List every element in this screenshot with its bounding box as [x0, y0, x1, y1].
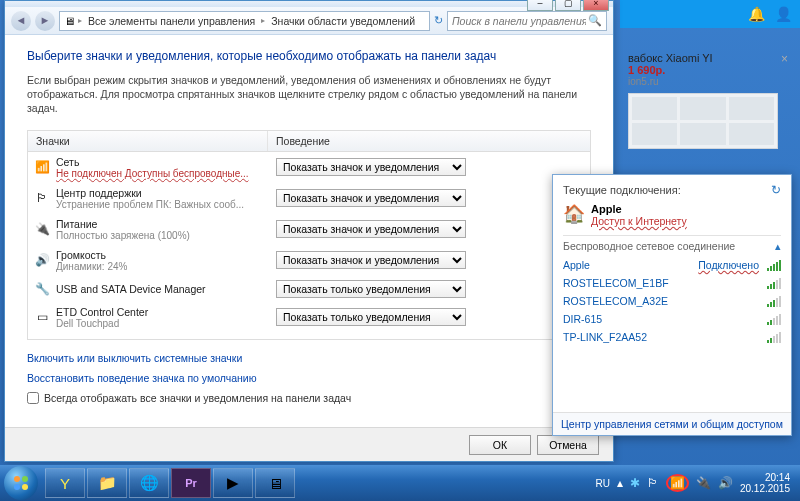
tray-date: 20.12.2015 — [740, 483, 790, 494]
current-network-status: Доступ к Интернету — [591, 215, 687, 227]
row-name: Сеть — [56, 156, 270, 168]
user-icon[interactable]: 👤 — [775, 6, 792, 22]
network-item[interactable]: TP-LINK_F2AA52 — [563, 328, 781, 346]
taskbar-app-media[interactable]: ▶ — [213, 468, 253, 498]
back-button[interactable]: ◄ — [11, 11, 31, 31]
network-ssid: Apple — [563, 259, 590, 271]
network-ssid: TP-LINK_F2AA52 — [563, 331, 647, 343]
ad-thumbnails[interactable] — [628, 93, 778, 149]
tray-power-icon[interactable]: 🔌 — [696, 476, 711, 490]
ad-block: × вабокс Xiaomi YI 1 690р. ion5.ru — [628, 52, 788, 149]
network-item[interactable]: ROSTELECOM_A32E — [563, 292, 781, 310]
taskbar-app-chrome[interactable]: 🌐 — [129, 468, 169, 498]
row-icon: 🔧 — [34, 281, 50, 297]
header-icons: Значки — [28, 131, 268, 151]
taskbar-app-yandex[interactable]: Y — [45, 468, 85, 498]
behavior-select[interactable]: Показать значок и уведомления — [276, 251, 466, 269]
row-subtitle: Динамики: 24% — [56, 261, 270, 272]
network-flyout: Текущие подключения: ↻ 🏠 Apple Доступ к … — [552, 174, 792, 436]
table-header: Значки Поведение — [28, 131, 590, 152]
breadcrumb-item[interactable]: Значки области уведомлений — [268, 15, 418, 27]
language-indicator[interactable]: RU — [595, 478, 609, 489]
current-network-name: Apple — [591, 203, 687, 215]
ad-price: 1 690р. — [628, 64, 788, 76]
breadcrumb-item[interactable]: Все элементы панели управления — [85, 15, 258, 27]
start-button[interactable] — [4, 466, 38, 500]
taskbar-app-explorer[interactable]: 📁 — [87, 468, 127, 498]
network-center-link[interactable]: Центр управления сетями и общим доступом — [553, 412, 791, 435]
behavior-select[interactable]: Показать значок и уведомления — [276, 220, 466, 238]
tray-time: 20:14 — [740, 472, 790, 483]
network-item[interactable]: DIR-615 — [563, 310, 781, 328]
row-name: Громкость — [56, 249, 270, 261]
ok-button[interactable]: ОК — [469, 435, 531, 455]
row-name: Питание — [56, 218, 270, 230]
address-bar: ◄ ► 🖥 ▸ Все элементы панели управления ▸… — [5, 7, 613, 35]
minimize-button[interactable]: – — [527, 0, 553, 11]
taskbar-app-premiere[interactable]: Pr — [171, 468, 211, 498]
forward-button[interactable]: ► — [35, 11, 55, 31]
network-ssid: ROSTELECOM_A32E — [563, 295, 668, 307]
tray-action-center-icon[interactable]: 🏳 — [647, 476, 659, 490]
row-text: ETD Control CenterDell Touchpad — [56, 306, 270, 329]
system-tray: RU ▴ ✱ 🏳 📶 🔌 🔊 20:14 20.12.2015 — [595, 472, 796, 494]
maximize-button[interactable]: ▢ — [555, 0, 581, 11]
row-text: Центр поддержкиУстранение проблем ПК: Ва… — [56, 187, 270, 210]
current-connections-label: Текущие подключения: — [563, 184, 681, 196]
row-subtitle: Полностью заряжена (100%) — [56, 230, 270, 241]
behavior-select[interactable]: Показать значок и уведомления — [276, 158, 466, 176]
row-icon: 📶 — [34, 159, 50, 175]
always-show-checkbox[interactable] — [27, 392, 39, 404]
current-connection: 🏠 Apple Доступ к Интернету — [563, 203, 781, 227]
row-subtitle: Dell Touchpad — [56, 318, 270, 329]
row-text: USB and SATA Device Manager — [56, 283, 270, 295]
tray-volume-icon[interactable]: 🔊 — [718, 476, 733, 490]
page-description: Если выбран режим скрытия значков и увед… — [27, 73, 591, 116]
svg-point-0 — [14, 476, 20, 482]
tray-network-icon[interactable]: 📶 — [666, 474, 689, 492]
refresh-icon[interactable]: ↻ — [434, 14, 443, 27]
row-name: USB and SATA Device Manager — [56, 283, 270, 295]
always-show-checkbox-row[interactable]: Всегда отображать все значки и уведомлен… — [27, 392, 591, 404]
tray-icon[interactable]: ✱ — [630, 476, 640, 490]
network-item[interactable]: AppleПодключено — [563, 256, 781, 274]
page-title: Выберите значки и уведомления, которые н… — [27, 49, 591, 63]
taskbar-app-control-panel[interactable]: 🖥 — [255, 468, 295, 498]
behavior-select[interactable]: Показать значок и уведомления — [276, 189, 466, 207]
header-behavior: Поведение — [268, 131, 590, 151]
breadcrumb-root-icon: 🖥 — [64, 15, 75, 27]
chevron-right-icon: ▸ — [78, 16, 82, 25]
bell-icon[interactable]: 🔔 — [748, 6, 765, 22]
tray-chevron-icon[interactable]: ▴ — [617, 476, 623, 490]
svg-point-2 — [14, 484, 20, 490]
table-row: 🔌ПитаниеПолностью заряжена (100%)Показат… — [28, 214, 590, 245]
row-icon: 🔌 — [34, 221, 50, 237]
search-icon[interactable]: 🔍 — [588, 14, 602, 27]
search-box[interactable]: 🔍 — [447, 11, 607, 31]
row-icon: 🔊 — [34, 252, 50, 268]
restore-defaults-link[interactable]: Восстановить поведение значка по умолчан… — [27, 372, 591, 384]
collapse-icon[interactable]: ▴ — [775, 240, 781, 252]
network-item[interactable]: ROSTELECOM_E1BF — [563, 274, 781, 292]
svg-point-1 — [22, 476, 28, 482]
control-panel-window: – ▢ × ◄ ► 🖥 ▸ Все элементы панели управл… — [4, 0, 614, 462]
cancel-button[interactable]: Отмена — [537, 435, 599, 455]
breadcrumb[interactable]: 🖥 ▸ Все элементы панели управления ▸ Зна… — [59, 11, 430, 31]
behavior-select[interactable]: Показать только уведомления — [276, 308, 466, 326]
content-pane: Выберите значки и уведомления, которые н… — [5, 35, 613, 427]
refresh-icon[interactable]: ↻ — [771, 183, 781, 197]
icons-table: Значки Поведение 📶СетьНе подключен Досту… — [27, 130, 591, 340]
ad-title: вабокс Xiaomi YI — [628, 52, 788, 64]
toggle-system-icons-link[interactable]: Включить или выключить системные значки — [27, 352, 591, 364]
svg-point-3 — [22, 484, 28, 490]
behavior-select[interactable]: Показать только уведомления — [276, 280, 466, 298]
ad-close-icon[interactable]: × — [781, 52, 788, 66]
tray-clock[interactable]: 20:14 20.12.2015 — [740, 472, 790, 494]
network-status: Подключено — [698, 259, 759, 271]
search-input[interactable] — [452, 15, 586, 27]
wireless-section-label: Беспроводное сетевое соединение ▴ — [563, 235, 781, 252]
close-button[interactable]: × — [583, 0, 609, 11]
row-name: Центр поддержки — [56, 187, 270, 199]
row-icon: 🏳 — [34, 190, 50, 206]
row-icon: ▭ — [34, 309, 50, 325]
